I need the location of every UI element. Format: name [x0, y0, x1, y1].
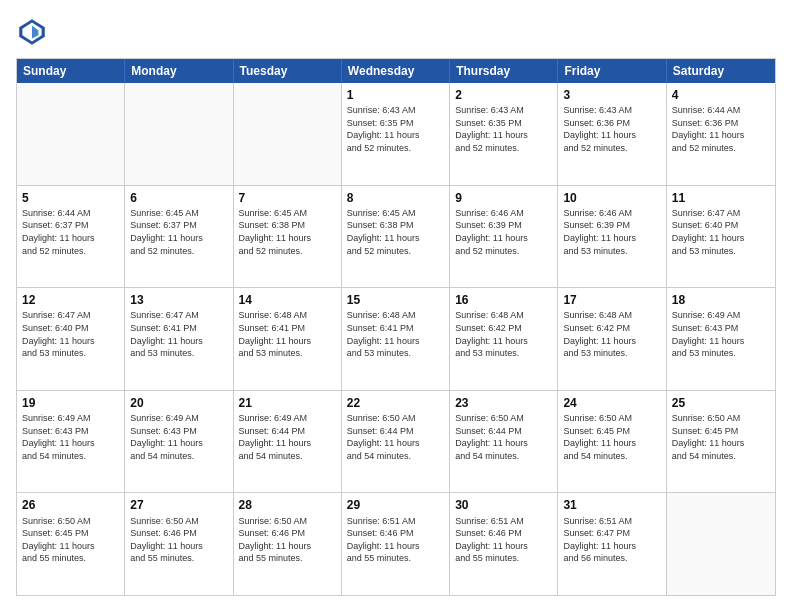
calendar-cell: 18Sunrise: 6:49 AM Sunset: 6:43 PM Dayli… — [667, 288, 775, 390]
calendar-cell: 11Sunrise: 6:47 AM Sunset: 6:40 PM Dayli… — [667, 186, 775, 288]
cell-day-number: 20 — [130, 395, 227, 411]
calendar-cell: 29Sunrise: 6:51 AM Sunset: 6:46 PM Dayli… — [342, 493, 450, 595]
page: SundayMondayTuesdayWednesdayThursdayFrid… — [0, 0, 792, 612]
cell-day-number: 14 — [239, 292, 336, 308]
cell-sun-info: Sunrise: 6:50 AM Sunset: 6:45 PM Dayligh… — [22, 515, 119, 565]
cell-sun-info: Sunrise: 6:46 AM Sunset: 6:39 PM Dayligh… — [455, 207, 552, 257]
cell-day-number: 22 — [347, 395, 444, 411]
calendar-row-4: 19Sunrise: 6:49 AM Sunset: 6:43 PM Dayli… — [17, 391, 775, 494]
cell-day-number: 30 — [455, 497, 552, 513]
cell-sun-info: Sunrise: 6:47 AM Sunset: 6:40 PM Dayligh… — [672, 207, 770, 257]
cell-day-number: 24 — [563, 395, 660, 411]
cell-sun-info: Sunrise: 6:51 AM Sunset: 6:46 PM Dayligh… — [347, 515, 444, 565]
cell-day-number: 10 — [563, 190, 660, 206]
calendar-cell: 2Sunrise: 6:43 AM Sunset: 6:35 PM Daylig… — [450, 83, 558, 185]
cell-sun-info: Sunrise: 6:46 AM Sunset: 6:39 PM Dayligh… — [563, 207, 660, 257]
cell-day-number: 31 — [563, 497, 660, 513]
cell-sun-info: Sunrise: 6:49 AM Sunset: 6:44 PM Dayligh… — [239, 412, 336, 462]
calendar-cell: 31Sunrise: 6:51 AM Sunset: 6:47 PM Dayli… — [558, 493, 666, 595]
cell-sun-info: Sunrise: 6:43 AM Sunset: 6:35 PM Dayligh… — [455, 104, 552, 154]
calendar-cell: 5Sunrise: 6:44 AM Sunset: 6:37 PM Daylig… — [17, 186, 125, 288]
calendar-cell: 26Sunrise: 6:50 AM Sunset: 6:45 PM Dayli… — [17, 493, 125, 595]
calendar-cell — [125, 83, 233, 185]
calendar-body: 1Sunrise: 6:43 AM Sunset: 6:35 PM Daylig… — [17, 83, 775, 595]
calendar-cell — [234, 83, 342, 185]
calendar-row-2: 5Sunrise: 6:44 AM Sunset: 6:37 PM Daylig… — [17, 186, 775, 289]
cell-sun-info: Sunrise: 6:43 AM Sunset: 6:36 PM Dayligh… — [563, 104, 660, 154]
cell-sun-info: Sunrise: 6:47 AM Sunset: 6:40 PM Dayligh… — [22, 309, 119, 359]
cell-sun-info: Sunrise: 6:50 AM Sunset: 6:45 PM Dayligh… — [672, 412, 770, 462]
cell-sun-info: Sunrise: 6:47 AM Sunset: 6:41 PM Dayligh… — [130, 309, 227, 359]
weekday-header-wednesday: Wednesday — [342, 59, 450, 83]
calendar-cell: 6Sunrise: 6:45 AM Sunset: 6:37 PM Daylig… — [125, 186, 233, 288]
calendar-cell: 7Sunrise: 6:45 AM Sunset: 6:38 PM Daylig… — [234, 186, 342, 288]
cell-sun-info: Sunrise: 6:48 AM Sunset: 6:42 PM Dayligh… — [455, 309, 552, 359]
cell-day-number: 27 — [130, 497, 227, 513]
cell-sun-info: Sunrise: 6:51 AM Sunset: 6:47 PM Dayligh… — [563, 515, 660, 565]
calendar-cell — [17, 83, 125, 185]
cell-sun-info: Sunrise: 6:51 AM Sunset: 6:46 PM Dayligh… — [455, 515, 552, 565]
calendar-cell: 25Sunrise: 6:50 AM Sunset: 6:45 PM Dayli… — [667, 391, 775, 493]
calendar-cell: 24Sunrise: 6:50 AM Sunset: 6:45 PM Dayli… — [558, 391, 666, 493]
cell-day-number: 29 — [347, 497, 444, 513]
cell-day-number: 19 — [22, 395, 119, 411]
calendar-cell: 4Sunrise: 6:44 AM Sunset: 6:36 PM Daylig… — [667, 83, 775, 185]
calendar: SundayMondayTuesdayWednesdayThursdayFrid… — [16, 58, 776, 596]
calendar-cell: 1Sunrise: 6:43 AM Sunset: 6:35 PM Daylig… — [342, 83, 450, 185]
cell-day-number: 1 — [347, 87, 444, 103]
calendar-cell: 14Sunrise: 6:48 AM Sunset: 6:41 PM Dayli… — [234, 288, 342, 390]
cell-sun-info: Sunrise: 6:48 AM Sunset: 6:42 PM Dayligh… — [563, 309, 660, 359]
weekday-header-thursday: Thursday — [450, 59, 558, 83]
weekday-header-sunday: Sunday — [17, 59, 125, 83]
cell-day-number: 21 — [239, 395, 336, 411]
calendar-cell: 10Sunrise: 6:46 AM Sunset: 6:39 PM Dayli… — [558, 186, 666, 288]
weekday-header-friday: Friday — [558, 59, 666, 83]
cell-sun-info: Sunrise: 6:48 AM Sunset: 6:41 PM Dayligh… — [347, 309, 444, 359]
cell-sun-info: Sunrise: 6:44 AM Sunset: 6:36 PM Dayligh… — [672, 104, 770, 154]
cell-sun-info: Sunrise: 6:49 AM Sunset: 6:43 PM Dayligh… — [672, 309, 770, 359]
cell-sun-info: Sunrise: 6:49 AM Sunset: 6:43 PM Dayligh… — [22, 412, 119, 462]
cell-sun-info: Sunrise: 6:44 AM Sunset: 6:37 PM Dayligh… — [22, 207, 119, 257]
calendar-cell: 16Sunrise: 6:48 AM Sunset: 6:42 PM Dayli… — [450, 288, 558, 390]
calendar-cell: 19Sunrise: 6:49 AM Sunset: 6:43 PM Dayli… — [17, 391, 125, 493]
calendar-row-3: 12Sunrise: 6:47 AM Sunset: 6:40 PM Dayli… — [17, 288, 775, 391]
cell-day-number: 26 — [22, 497, 119, 513]
cell-sun-info: Sunrise: 6:45 AM Sunset: 6:38 PM Dayligh… — [347, 207, 444, 257]
cell-day-number: 6 — [130, 190, 227, 206]
cell-day-number: 9 — [455, 190, 552, 206]
cell-day-number: 11 — [672, 190, 770, 206]
weekday-header-saturday: Saturday — [667, 59, 775, 83]
weekday-header-monday: Monday — [125, 59, 233, 83]
cell-day-number: 8 — [347, 190, 444, 206]
cell-sun-info: Sunrise: 6:48 AM Sunset: 6:41 PM Dayligh… — [239, 309, 336, 359]
calendar-cell: 20Sunrise: 6:49 AM Sunset: 6:43 PM Dayli… — [125, 391, 233, 493]
cell-day-number: 17 — [563, 292, 660, 308]
calendar-cell: 3Sunrise: 6:43 AM Sunset: 6:36 PM Daylig… — [558, 83, 666, 185]
cell-day-number: 23 — [455, 395, 552, 411]
calendar-cell: 15Sunrise: 6:48 AM Sunset: 6:41 PM Dayli… — [342, 288, 450, 390]
cell-sun-info: Sunrise: 6:45 AM Sunset: 6:38 PM Dayligh… — [239, 207, 336, 257]
cell-day-number: 18 — [672, 292, 770, 308]
calendar-cell: 30Sunrise: 6:51 AM Sunset: 6:46 PM Dayli… — [450, 493, 558, 595]
cell-day-number: 25 — [672, 395, 770, 411]
cell-day-number: 7 — [239, 190, 336, 206]
cell-sun-info: Sunrise: 6:50 AM Sunset: 6:46 PM Dayligh… — [130, 515, 227, 565]
calendar-cell: 21Sunrise: 6:49 AM Sunset: 6:44 PM Dayli… — [234, 391, 342, 493]
calendar-row-5: 26Sunrise: 6:50 AM Sunset: 6:45 PM Dayli… — [17, 493, 775, 595]
cell-day-number: 5 — [22, 190, 119, 206]
cell-day-number: 16 — [455, 292, 552, 308]
cell-day-number: 15 — [347, 292, 444, 308]
weekday-header-tuesday: Tuesday — [234, 59, 342, 83]
calendar-cell: 9Sunrise: 6:46 AM Sunset: 6:39 PM Daylig… — [450, 186, 558, 288]
cell-day-number: 2 — [455, 87, 552, 103]
logo — [16, 16, 52, 48]
cell-day-number: 3 — [563, 87, 660, 103]
cell-sun-info: Sunrise: 6:50 AM Sunset: 6:44 PM Dayligh… — [455, 412, 552, 462]
calendar-cell: 17Sunrise: 6:48 AM Sunset: 6:42 PM Dayli… — [558, 288, 666, 390]
calendar-cell: 23Sunrise: 6:50 AM Sunset: 6:44 PM Dayli… — [450, 391, 558, 493]
cell-day-number: 13 — [130, 292, 227, 308]
cell-sun-info: Sunrise: 6:50 AM Sunset: 6:44 PM Dayligh… — [347, 412, 444, 462]
calendar-cell: 27Sunrise: 6:50 AM Sunset: 6:46 PM Dayli… — [125, 493, 233, 595]
cell-sun-info: Sunrise: 6:49 AM Sunset: 6:43 PM Dayligh… — [130, 412, 227, 462]
cell-sun-info: Sunrise: 6:43 AM Sunset: 6:35 PM Dayligh… — [347, 104, 444, 154]
